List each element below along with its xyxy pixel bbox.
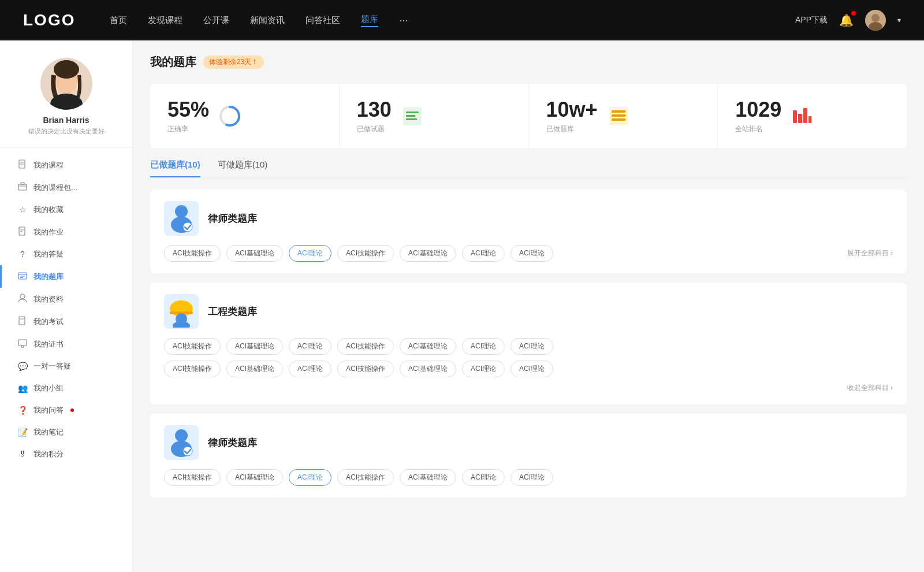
bank-card-lawyer: 律师类题库 ACI技能操作 ACI基础理论 ACI理论 ACI技能操作 ACI基…	[150, 190, 907, 273]
tag-item[interactable]: ACI技能操作	[164, 361, 221, 377]
group-icon: 👥	[17, 384, 28, 393]
sidebar: Brian Harris 错误的决定比没有决定要好 我的课程 我的课程包... …	[0, 40, 133, 572]
tag-item[interactable]: ACI技能操作	[337, 245, 394, 262]
svg-rect-10	[18, 184, 27, 190]
navbar: LOGO 首页 发现课程 公开课 新闻资讯 问答社区 题库 ··· APP下载 …	[0, 0, 924, 40]
svg-point-27	[224, 110, 236, 122]
bank-card-title: 律师类题库	[208, 436, 257, 450]
layout: Brian Harris 错误的决定比没有决定要好 我的课程 我的课程包... …	[0, 40, 924, 572]
nav-home[interactable]: 首页	[110, 15, 127, 26]
tag-item[interactable]: ACI基础理论	[400, 338, 456, 355]
tag-item-active[interactable]: ACI理论	[289, 245, 331, 262]
nav-qa[interactable]: 问答社区	[305, 15, 340, 26]
tag-item[interactable]: ACI理论	[511, 245, 553, 262]
tab-done-banks[interactable]: 已做题库(10)	[150, 159, 200, 177]
dropdown-arrow-icon[interactable]: ▾	[897, 16, 901, 24]
tag-item[interactable]: ACI基础理论	[400, 361, 456, 377]
tag-item[interactable]: ACI理论	[462, 245, 505, 262]
sidebar-item-my-courses[interactable]: 我的课程	[0, 154, 132, 176]
bank-card-engineer: 工程类题库 ACI技能操作 ACI基础理论 ACI理论 ACI技能操作 ACI基…	[150, 283, 907, 404]
nav-more[interactable]: ···	[399, 14, 408, 27]
tag-item[interactable]: ACI理论	[511, 338, 553, 355]
svg-rect-35	[612, 118, 625, 121]
stat-ranking-value: 1029	[735, 98, 781, 122]
tags-row: ACI技能操作 ACI基础理论 ACI理论 ACI技能操作 ACI基础理论 AC…	[164, 245, 841, 262]
tag-item[interactable]: ACI技能操作	[164, 338, 221, 355]
tag-item[interactable]: ACI技能操作	[164, 245, 221, 262]
sidebar-item-label: 我的问答	[33, 405, 64, 415]
nav-news[interactable]: 新闻资讯	[250, 15, 285, 26]
package-icon	[17, 182, 28, 193]
sidebar-item-label: 我的课程包...	[33, 183, 77, 193]
sidebar-item-one-on-one[interactable]: 💬 一对一答疑	[0, 355, 132, 377]
tag-item[interactable]: ACI理论	[462, 338, 505, 355]
sidebar-item-certificate[interactable]: 我的证书	[0, 333, 132, 355]
app-download-button[interactable]: APP下载	[795, 15, 828, 25]
tag-item[interactable]: ACI理论	[511, 469, 553, 486]
svg-rect-39	[808, 116, 811, 123]
notification-badge	[851, 11, 856, 16]
sidebar-item-my-notes[interactable]: 📝 我的笔记	[0, 421, 132, 443]
sidebar-item-label: 我的答疑	[33, 249, 64, 259]
tag-item[interactable]: ACI基础理论	[226, 245, 283, 262]
tag-item-active[interactable]: ACI理论	[289, 469, 331, 486]
stat-ranking-label: 全站排名	[735, 124, 781, 134]
tag-item[interactable]: ACI理论	[511, 361, 553, 377]
points-icon: 🎖	[17, 450, 28, 459]
tags-row-1: ACI技能操作 ACI基础理论 ACI理论 ACI技能操作 ACI基础理论 AC…	[164, 338, 893, 355]
svg-rect-37	[798, 114, 802, 123]
tag-item[interactable]: ACI理论	[462, 469, 505, 486]
star-icon: ☆	[17, 205, 28, 214]
nav-question-bank[interactable]: 题库	[361, 14, 378, 27]
sidebar-item-question-bank[interactable]: 我的题库	[0, 265, 132, 288]
homework-icon	[17, 226, 28, 237]
lawyer-bank-icon-2	[164, 425, 199, 460]
tag-item[interactable]: ACI技能操作	[164, 469, 221, 486]
engineer-bank-icon	[164, 294, 199, 329]
svg-point-20	[20, 294, 25, 299]
nav-discover[interactable]: 发现课程	[148, 15, 182, 26]
sidebar-item-exam[interactable]: 我的考试	[0, 310, 132, 333]
page-title: 我的题库	[150, 54, 196, 70]
navbar-right: APP下载 🔔 ▾	[795, 10, 901, 31]
stat-done-q-value: 130	[357, 98, 392, 122]
tag-item[interactable]: ACI理论	[462, 361, 505, 377]
sidebar-item-favorites[interactable]: ☆ 我的收藏	[0, 199, 132, 221]
tag-item[interactable]: ACI理论	[289, 338, 331, 355]
collapse-link[interactable]: 收起全部科目 ›	[164, 383, 893, 393]
sidebar-item-my-questions[interactable]: ❓ 我的问答	[0, 399, 132, 421]
sidebar-item-label: 我的资料	[33, 294, 64, 304]
nav-open-course[interactable]: 公开课	[203, 15, 229, 26]
exam-icon	[17, 316, 28, 327]
tag-item[interactable]: ACI基础理论	[226, 361, 283, 377]
sidebar-item-label: 我的积分	[33, 449, 64, 459]
sidebar-username: Brian Harris	[12, 116, 121, 125]
svg-rect-31	[406, 118, 417, 120]
bank-card-header: 律师类题库	[164, 425, 893, 460]
sidebar-item-label: 我的小组	[33, 383, 64, 393]
sidebar-item-course-package[interactable]: 我的课程包...	[0, 176, 132, 199]
tag-item[interactable]: ACI技能操作	[337, 338, 394, 355]
sidebar-item-my-points[interactable]: 🎖 我的积分	[0, 443, 132, 465]
question-icon: ?	[17, 250, 28, 259]
avatar[interactable]	[865, 10, 886, 31]
tag-item[interactable]: ACI基础理论	[226, 469, 283, 486]
tag-item[interactable]: ACI基础理论	[226, 338, 283, 355]
stat-ranking: 1029 全站排名	[718, 84, 907, 148]
sidebar-item-qa[interactable]: ? 我的答疑	[0, 243, 132, 265]
tab-available-banks[interactable]: 可做题库(10)	[218, 159, 268, 177]
tag-item[interactable]: ACI基础理论	[400, 245, 456, 262]
sidebar-item-my-group[interactable]: 👥 我的小组	[0, 377, 132, 399]
stats-row: 55% 正确率 130 已做试题	[150, 84, 907, 148]
tag-item[interactable]: ACI基础理论	[400, 469, 456, 486]
sidebar-item-profile[interactable]: 我的资料	[0, 288, 132, 310]
sidebar-item-homework[interactable]: 我的作业	[0, 221, 132, 243]
notification-bell-icon[interactable]: 🔔	[839, 13, 854, 27]
profile-icon	[17, 294, 28, 304]
tag-item[interactable]: ACI技能操作	[337, 469, 394, 486]
bank-card-header: 律师类题库	[164, 201, 893, 236]
tag-item[interactable]: ACI技能操作	[337, 361, 394, 377]
expand-link[interactable]: 展开全部科目 ›	[847, 248, 893, 258]
tags-row-2: ACI技能操作 ACI基础理论 ACI理论 ACI技能操作 ACI基础理论 AC…	[164, 361, 893, 377]
tag-item[interactable]: ACI理论	[289, 361, 331, 377]
